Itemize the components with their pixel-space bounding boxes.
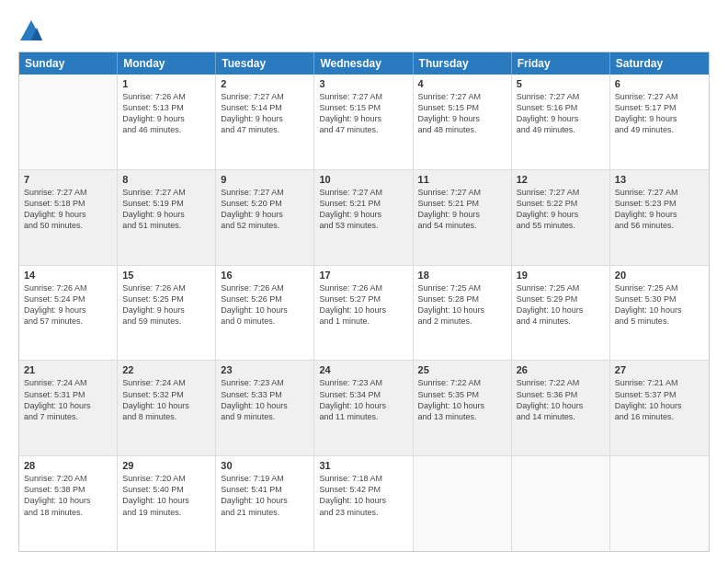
cell-line: Sunset: 5:17 PM	[615, 102, 704, 113]
cell-line: Sunrise: 7:25 AM	[418, 282, 506, 293]
cell-line: Sunrise: 7:23 AM	[221, 377, 309, 388]
calendar-cell: 16Sunrise: 7:26 AMSunset: 5:26 PMDayligh…	[216, 266, 314, 361]
day-number: 13	[615, 174, 704, 185]
cell-line: and 52 minutes.	[221, 220, 309, 231]
cell-line: Sunset: 5:35 PM	[418, 389, 506, 400]
cell-line: Daylight: 9 hours	[319, 113, 407, 124]
day-number: 24	[319, 364, 407, 375]
cell-line: Daylight: 10 hours	[24, 495, 112, 506]
cell-line: Sunset: 5:14 PM	[221, 102, 309, 113]
cell-line: and 23 minutes.	[319, 507, 407, 518]
cell-line: and 55 minutes.	[517, 220, 605, 231]
cell-line: Sunset: 5:38 PM	[24, 484, 112, 495]
cell-line: Sunrise: 7:26 AM	[122, 91, 210, 102]
day-number: 5	[517, 78, 605, 89]
cell-line: and 47 minutes.	[319, 124, 407, 135]
cell-line: Sunrise: 7:20 AM	[122, 473, 210, 484]
calendar-cell: 30Sunrise: 7:19 AMSunset: 5:41 PMDayligh…	[216, 456, 314, 551]
calendar-row: 28Sunrise: 7:20 AMSunset: 5:38 PMDayligh…	[19, 456, 709, 551]
day-number: 29	[122, 460, 210, 471]
calendar-cell: 3Sunrise: 7:27 AMSunset: 5:15 PMDaylight…	[314, 75, 413, 169]
cell-line: and 54 minutes.	[418, 220, 506, 231]
cell-line: Sunrise: 7:27 AM	[615, 91, 704, 102]
cell-line: and 14 minutes.	[517, 411, 605, 422]
day-number: 9	[221, 174, 309, 185]
cell-line: Sunrise: 7:26 AM	[221, 282, 309, 293]
cell-line: Daylight: 9 hours	[221, 209, 309, 220]
calendar-cell: 2Sunrise: 7:27 AMSunset: 5:14 PMDaylight…	[216, 75, 314, 169]
cell-line: Sunset: 5:20 PM	[221, 198, 309, 209]
cell-line: Sunset: 5:37 PM	[615, 389, 704, 400]
day-number: 19	[517, 270, 605, 281]
cell-line: Daylight: 9 hours	[319, 209, 407, 220]
cell-line: Daylight: 10 hours	[221, 400, 309, 411]
calendar-header-cell: Thursday	[414, 52, 512, 75]
page: SundayMondayTuesdayWednesdayThursdayFrid…	[0, 0, 728, 563]
day-number: 18	[418, 270, 506, 281]
calendar-cell: 24Sunrise: 7:23 AMSunset: 5:34 PMDayligh…	[314, 361, 413, 455]
day-number: 16	[221, 270, 309, 281]
cell-line: and 47 minutes.	[221, 124, 309, 135]
calendar-header-cell: Sunday	[19, 52, 118, 75]
cell-line: Sunrise: 7:26 AM	[24, 282, 112, 293]
day-number: 10	[319, 174, 407, 185]
cell-line: Daylight: 10 hours	[319, 400, 407, 411]
cell-line: Sunset: 5:30 PM	[615, 293, 704, 304]
day-number: 22	[122, 364, 210, 375]
cell-line: Sunset: 5:36 PM	[517, 389, 605, 400]
day-number: 20	[615, 270, 704, 281]
day-number: 14	[24, 270, 112, 281]
day-number: 25	[418, 364, 506, 375]
cell-line: Sunset: 5:13 PM	[122, 102, 210, 113]
cell-line: and 8 minutes.	[122, 411, 210, 422]
calendar-header-cell: Wednesday	[314, 52, 413, 75]
calendar-cell: 22Sunrise: 7:24 AMSunset: 5:32 PMDayligh…	[118, 361, 216, 455]
day-number: 28	[24, 460, 112, 471]
cell-line: Daylight: 10 hours	[122, 495, 210, 506]
cell-line: Sunrise: 7:24 AM	[24, 377, 112, 388]
cell-line: Sunset: 5:22 PM	[517, 198, 605, 209]
cell-line: Sunset: 5:26 PM	[221, 293, 309, 304]
cell-line: Sunrise: 7:27 AM	[418, 187, 506, 198]
cell-line: Sunrise: 7:27 AM	[319, 91, 407, 102]
calendar-cell: 1Sunrise: 7:26 AMSunset: 5:13 PMDaylight…	[118, 75, 216, 169]
cell-line: Daylight: 10 hours	[615, 400, 704, 411]
calendar-cell: 15Sunrise: 7:26 AMSunset: 5:25 PMDayligh…	[118, 266, 216, 361]
calendar-cell: 25Sunrise: 7:22 AMSunset: 5:35 PMDayligh…	[414, 361, 512, 455]
cell-line: and 9 minutes.	[221, 411, 309, 422]
cell-line: Sunrise: 7:24 AM	[122, 377, 210, 388]
cell-line: Sunrise: 7:23 AM	[319, 377, 407, 388]
calendar-header: SundayMondayTuesdayWednesdayThursdayFrid…	[19, 52, 709, 75]
calendar-row: 21Sunrise: 7:24 AMSunset: 5:31 PMDayligh…	[19, 361, 709, 456]
cell-line: Sunset: 5:24 PM	[24, 293, 112, 304]
cell-line: Sunrise: 7:27 AM	[517, 187, 605, 198]
cell-line: Sunrise: 7:22 AM	[418, 377, 506, 388]
calendar-header-cell: Saturday	[610, 52, 709, 75]
cell-line: and 56 minutes.	[615, 220, 704, 231]
calendar-body: 1Sunrise: 7:26 AMSunset: 5:13 PMDaylight…	[19, 75, 709, 551]
calendar-cell: 13Sunrise: 7:27 AMSunset: 5:23 PMDayligh…	[610, 170, 709, 265]
cell-line: Daylight: 10 hours	[319, 304, 407, 316]
cell-line: and 11 minutes.	[319, 411, 407, 422]
cell-line: and 18 minutes.	[24, 507, 112, 518]
calendar-cell: 20Sunrise: 7:25 AMSunset: 5:30 PMDayligh…	[610, 266, 709, 361]
cell-line: and 46 minutes.	[122, 124, 210, 135]
cell-line: Sunset: 5:31 PM	[24, 389, 112, 400]
day-number: 27	[615, 364, 704, 375]
cell-line: Sunset: 5:15 PM	[418, 102, 506, 113]
day-number: 1	[122, 78, 210, 89]
day-number: 4	[418, 78, 506, 89]
calendar-cell: 8Sunrise: 7:27 AMSunset: 5:19 PMDaylight…	[118, 170, 216, 265]
cell-line: Sunset: 5:40 PM	[122, 484, 210, 495]
cell-line: Sunset: 5:32 PM	[122, 389, 210, 400]
calendar-cell: 26Sunrise: 7:22 AMSunset: 5:36 PMDayligh…	[512, 361, 610, 455]
cell-line: Sunrise: 7:27 AM	[319, 187, 407, 198]
calendar: SundayMondayTuesdayWednesdayThursdayFrid…	[18, 52, 710, 552]
calendar-header-cell: Tuesday	[216, 52, 314, 75]
calendar-row: 14Sunrise: 7:26 AMSunset: 5:24 PMDayligh…	[19, 266, 709, 362]
cell-line: Sunrise: 7:25 AM	[615, 282, 704, 293]
cell-line: Sunrise: 7:21 AM	[615, 377, 704, 388]
calendar-cell: 31Sunrise: 7:18 AMSunset: 5:42 PMDayligh…	[314, 456, 413, 551]
cell-line: and 50 minutes.	[24, 220, 112, 231]
cell-line: Daylight: 9 hours	[517, 209, 605, 220]
